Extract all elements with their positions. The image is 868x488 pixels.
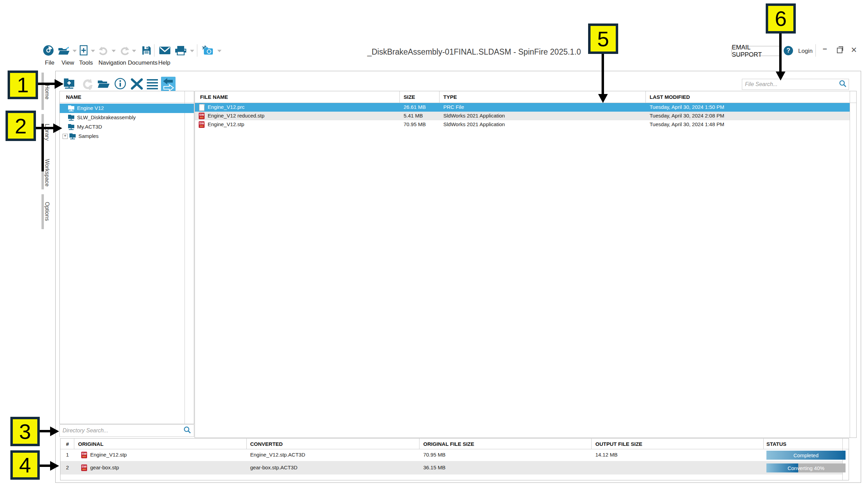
tab-home[interactable]: Home xyxy=(44,85,50,100)
add-directory-button[interactable] xyxy=(64,77,76,93)
file-scrollbar-gutter[interactable] xyxy=(850,91,850,438)
menu-navigation[interactable]: Navigation xyxy=(98,59,126,66)
col-divider[interactable] xyxy=(74,439,74,449)
solidworks-file-icon: SW2021 xyxy=(199,113,205,119)
file-search-input[interactable] xyxy=(742,81,839,87)
solidworks-file-icon: SW2021 xyxy=(81,452,87,458)
callout-1-arrow-shaft xyxy=(38,83,55,85)
folder-icon xyxy=(68,114,75,123)
callout-2-arrowhead xyxy=(53,123,62,133)
progress-bar-converting: Converting 40% xyxy=(766,463,846,472)
tree-item-slw-diskbrakeassembly[interactable]: SLW_Diskbrakeassembly xyxy=(60,113,194,122)
directory-search-input[interactable] xyxy=(60,428,183,434)
file-name: Engine_V12.stp xyxy=(208,121,244,127)
menu-documents[interactable]: Documents xyxy=(128,59,158,66)
tree-item-my-act3d[interactable]: My.ACT3D xyxy=(60,122,194,132)
file-name: Engine_V12 reduced.stp xyxy=(208,113,264,119)
tree-scrollbar-gutter[interactable] xyxy=(185,91,185,424)
tree-header-divider xyxy=(60,103,194,103)
email-support-button[interactable]: EMAIL SUPPORT xyxy=(732,46,780,56)
tab-workspace[interactable]: Workspace xyxy=(44,159,50,187)
tree-item-engine-v12[interactable]: Engine V12 xyxy=(60,104,194,113)
undo-dropdown[interactable] xyxy=(112,50,116,52)
progress-bar-completed: Completed xyxy=(766,451,846,460)
list-view-button[interactable] xyxy=(147,78,158,91)
folder-icon xyxy=(69,133,76,141)
toolbar-separator xyxy=(197,44,197,57)
queue-original: Engine_V12.stp xyxy=(90,452,127,458)
col-status[interactable]: STATUS xyxy=(766,441,786,447)
col-type[interactable]: TYPE xyxy=(443,94,457,100)
directory-search-box xyxy=(59,424,194,437)
callout-1: 1 xyxy=(8,71,38,99)
file-size: 26.61 MB xyxy=(404,104,426,110)
file-row-engine-v12-prc[interactable]: Engine_V12.prc 26.61 MB PRC File Tuesday… xyxy=(195,103,850,112)
help-icon[interactable]: ? xyxy=(784,46,793,55)
save-button[interactable] xyxy=(142,46,151,57)
redo-button[interactable] xyxy=(119,46,130,57)
col-size[interactable]: SIZE xyxy=(404,94,415,100)
close-button[interactable]: ✕ xyxy=(851,46,857,55)
open-file-dropdown[interactable] xyxy=(73,50,77,52)
file-row-engine-v12-reduced-stp[interactable]: SW2021 Engine_V12 reduced.stp 5.41 MB Sl… xyxy=(195,112,850,120)
directory-info-button[interactable] xyxy=(114,77,126,91)
open-file-button[interactable] xyxy=(58,46,70,57)
redo-dropdown[interactable] xyxy=(132,50,136,52)
print-dropdown[interactable] xyxy=(190,50,194,52)
new-document-button[interactable] xyxy=(79,45,88,57)
tab-library[interactable]: Library xyxy=(44,124,50,141)
new-document-dropdown[interactable] xyxy=(91,50,95,52)
col-divider[interactable] xyxy=(419,439,419,449)
snapshot-dropdown[interactable] xyxy=(217,50,221,52)
col-original[interactable]: ORIGINAL xyxy=(78,441,103,447)
tab-options[interactable]: Options xyxy=(44,202,50,221)
col-divider[interactable] xyxy=(591,439,592,449)
col-divider[interactable] xyxy=(763,439,764,449)
tab-home-bar xyxy=(41,73,44,110)
undo-button[interactable] xyxy=(98,46,109,57)
callout-4-arrow-shaft xyxy=(40,464,51,467)
snapshot-button[interactable] xyxy=(201,46,214,57)
toolbar-separator xyxy=(154,44,154,57)
folder-icon xyxy=(68,123,75,132)
restore-button[interactable] xyxy=(837,48,842,53)
callout-1-arrowhead xyxy=(55,79,64,89)
file-modified: Tuesday, April 30, 2024 1:48 PM xyxy=(650,121,724,127)
col-converted[interactable]: CONVERTED xyxy=(250,441,283,447)
login-button[interactable]: Login xyxy=(798,48,813,55)
tree-item-samples[interactable]: + Samples xyxy=(60,132,194,141)
refresh-directory-button-disabled[interactable] xyxy=(81,78,94,92)
menu-help[interactable]: Help xyxy=(158,59,170,66)
col-last-modified[interactable]: LAST MODIFIED xyxy=(650,94,690,100)
callout-6-arrow-shaft xyxy=(779,34,782,72)
file-row-engine-v12-stp[interactable]: SW2021 Engine_V12.stp 70.95 MB SldWorks … xyxy=(195,120,850,129)
delete-directory-button[interactable] xyxy=(131,78,143,91)
queue-output-size: 14.12 MB xyxy=(595,452,617,458)
col-num[interactable]: # xyxy=(66,441,69,447)
menu-view[interactable]: View xyxy=(62,59,74,66)
col-output-file-size[interactable]: OUTPUT FILE SIZE xyxy=(595,441,642,447)
convert-button-active[interactable] xyxy=(161,77,176,91)
minimize-button[interactable]: – xyxy=(823,44,827,53)
email-button[interactable] xyxy=(159,46,171,56)
search-icon[interactable] xyxy=(183,426,191,435)
col-original-file-size[interactable]: ORIGINAL FILE SIZE xyxy=(423,441,474,447)
col-divider[interactable] xyxy=(645,91,646,103)
search-icon[interactable] xyxy=(839,80,847,89)
col-divider[interactable] xyxy=(246,439,247,449)
print-button[interactable] xyxy=(175,46,187,57)
tree-item-label: SLW_Diskbrakeassembly xyxy=(77,114,136,120)
menu-file[interactable]: File xyxy=(45,59,54,66)
col-divider[interactable] xyxy=(399,91,400,103)
col-file-name[interactable]: FILE NAME xyxy=(200,94,228,100)
queue-row-engine-v12[interactable]: 1 SW2021 Engine_V12.stp Engine_V12.stp.A… xyxy=(60,449,842,461)
tree-item-label: My.ACT3D xyxy=(77,124,102,130)
file-size: 70.95 MB xyxy=(404,121,426,127)
tree-column-name[interactable]: NAME xyxy=(66,94,81,100)
col-divider[interactable] xyxy=(439,91,440,103)
queue-row-gear-box[interactable]: 2 SW2021 gear-box.stp gear-box.stp.ACT3D… xyxy=(60,461,842,475)
open-directory-button[interactable] xyxy=(97,79,110,90)
menu-tools[interactable]: Tools xyxy=(79,59,93,66)
expand-icon[interactable]: + xyxy=(63,134,68,139)
conversion-queue-table: # ORIGINAL CONVERTED ORIGINAL FILE SIZE … xyxy=(60,438,849,480)
